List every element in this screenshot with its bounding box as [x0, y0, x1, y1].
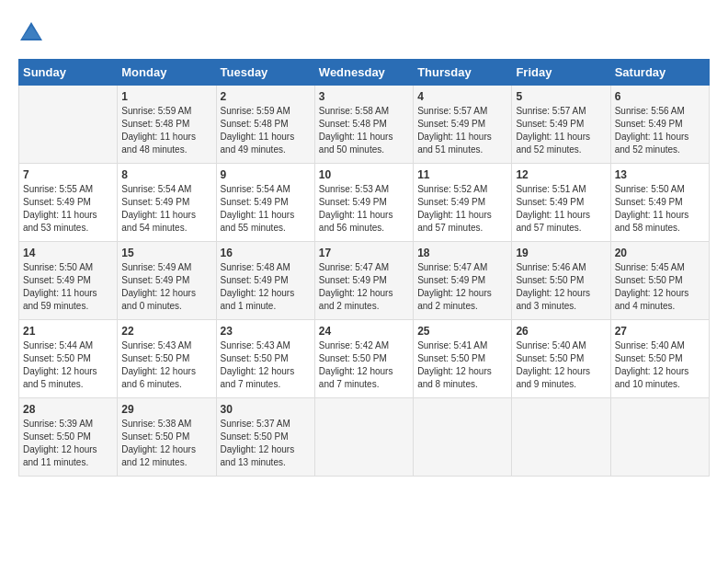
- calendar-cell: 29Sunrise: 5:38 AM Sunset: 5:50 PM Dayli…: [118, 398, 216, 477]
- calendar-week-row: 21Sunrise: 5:44 AM Sunset: 5:50 PM Dayli…: [19, 320, 710, 398]
- day-info: Sunrise: 5:58 AM Sunset: 5:48 PM Dayligh…: [319, 105, 409, 156]
- calendar-week-row: 7Sunrise: 5:55 AM Sunset: 5:49 PM Daylig…: [19, 164, 710, 242]
- day-info: Sunrise: 5:51 AM Sunset: 5:49 PM Dayligh…: [516, 183, 606, 235]
- day-info: Sunrise: 5:59 AM Sunset: 5:48 PM Dayligh…: [221, 105, 311, 156]
- header-day-friday: Friday: [512, 60, 610, 86]
- day-info: Sunrise: 5:56 AM Sunset: 5:49 PM Dayligh…: [615, 105, 705, 156]
- day-info: Sunrise: 5:47 AM Sunset: 5:49 PM Dayligh…: [319, 261, 409, 313]
- calendar-cell: 6Sunrise: 5:56 AM Sunset: 5:49 PM Daylig…: [610, 86, 709, 164]
- day-info: Sunrise: 5:42 AM Sunset: 5:50 PM Dayligh…: [319, 339, 409, 391]
- day-info: Sunrise: 5:54 AM Sunset: 5:49 PM Dayligh…: [121, 183, 211, 235]
- day-info: Sunrise: 5:43 AM Sunset: 5:50 PM Dayligh…: [121, 339, 211, 391]
- calendar-cell: 30Sunrise: 5:37 AM Sunset: 5:50 PM Dayli…: [216, 398, 314, 477]
- calendar-header-row: SundayMondayTuesdayWednesdayThursdayFrid…: [19, 60, 710, 86]
- day-info: Sunrise: 5:40 AM Sunset: 5:50 PM Dayligh…: [516, 339, 606, 391]
- calendar-cell: 27Sunrise: 5:40 AM Sunset: 5:50 PM Dayli…: [610, 320, 709, 398]
- header-day-wednesday: Wednesday: [314, 60, 413, 86]
- calendar-cell: 8Sunrise: 5:54 AM Sunset: 5:49 PM Daylig…: [118, 164, 216, 242]
- calendar-cell: 11Sunrise: 5:52 AM Sunset: 5:49 PM Dayli…: [414, 164, 512, 242]
- day-number: 26: [516, 325, 606, 338]
- day-info: Sunrise: 5:41 AM Sunset: 5:50 PM Dayligh…: [417, 339, 507, 391]
- day-info: Sunrise: 5:50 AM Sunset: 5:49 PM Dayligh…: [615, 183, 705, 235]
- day-info: Sunrise: 5:59 AM Sunset: 5:48 PM Dayligh…: [121, 105, 211, 156]
- day-info: Sunrise: 5:50 AM Sunset: 5:49 PM Dayligh…: [23, 261, 113, 313]
- calendar-cell: 4Sunrise: 5:57 AM Sunset: 5:49 PM Daylig…: [414, 86, 512, 164]
- calendar-week-row: 1Sunrise: 5:59 AM Sunset: 5:48 PM Daylig…: [19, 86, 710, 164]
- calendar-cell: 14Sunrise: 5:50 AM Sunset: 5:49 PM Dayli…: [19, 242, 118, 320]
- calendar-cell: 28Sunrise: 5:39 AM Sunset: 5:50 PM Dayli…: [19, 398, 118, 477]
- calendar-cell: [610, 398, 709, 477]
- day-number: 13: [615, 168, 705, 181]
- logo: [18, 18, 48, 44]
- day-number: 10: [319, 168, 409, 181]
- day-info: Sunrise: 5:47 AM Sunset: 5:49 PM Dayligh…: [417, 261, 507, 313]
- calendar-cell: 2Sunrise: 5:59 AM Sunset: 5:48 PM Daylig…: [216, 86, 314, 164]
- calendar-cell: [314, 398, 413, 477]
- day-number: 22: [121, 325, 211, 338]
- calendar-cell: 19Sunrise: 5:46 AM Sunset: 5:50 PM Dayli…: [512, 242, 610, 320]
- calendar-cell: 16Sunrise: 5:48 AM Sunset: 5:49 PM Dayli…: [216, 242, 314, 320]
- calendar-week-row: 14Sunrise: 5:50 AM Sunset: 5:49 PM Dayli…: [19, 242, 710, 320]
- day-number: 23: [221, 325, 311, 338]
- calendar-table: SundayMondayTuesdayWednesdayThursdayFrid…: [18, 59, 710, 477]
- calendar-cell: 22Sunrise: 5:43 AM Sunset: 5:50 PM Dayli…: [118, 320, 216, 398]
- day-number: 1: [121, 90, 211, 103]
- day-info: Sunrise: 5:40 AM Sunset: 5:50 PM Dayligh…: [615, 339, 705, 391]
- day-number: 3: [319, 90, 409, 103]
- day-number: 9: [221, 168, 311, 181]
- day-info: Sunrise: 5:38 AM Sunset: 5:50 PM Dayligh…: [121, 418, 211, 469]
- day-number: 24: [319, 325, 409, 338]
- calendar-cell: 25Sunrise: 5:41 AM Sunset: 5:50 PM Dayli…: [414, 320, 512, 398]
- calendar-cell: 1Sunrise: 5:59 AM Sunset: 5:48 PM Daylig…: [118, 86, 216, 164]
- day-info: Sunrise: 5:54 AM Sunset: 5:49 PM Dayligh…: [221, 183, 311, 235]
- calendar-cell: 12Sunrise: 5:51 AM Sunset: 5:49 PM Dayli…: [512, 164, 610, 242]
- calendar-week-row: 28Sunrise: 5:39 AM Sunset: 5:50 PM Dayli…: [19, 398, 710, 477]
- day-number: 7: [23, 168, 113, 181]
- calendar-cell: 18Sunrise: 5:47 AM Sunset: 5:49 PM Dayli…: [414, 242, 512, 320]
- day-number: 21: [23, 325, 113, 338]
- day-number: 5: [516, 90, 606, 103]
- header-day-saturday: Saturday: [610, 60, 709, 86]
- day-info: Sunrise: 5:37 AM Sunset: 5:50 PM Dayligh…: [221, 418, 311, 469]
- day-number: 6: [615, 90, 705, 103]
- calendar-cell: [414, 398, 512, 477]
- day-number: 15: [121, 247, 211, 259]
- header-day-thursday: Thursday: [414, 60, 512, 86]
- calendar-cell: 20Sunrise: 5:45 AM Sunset: 5:50 PM Dayli…: [610, 242, 709, 320]
- day-info: Sunrise: 5:48 AM Sunset: 5:49 PM Dayligh…: [221, 261, 311, 313]
- day-info: Sunrise: 5:45 AM Sunset: 5:50 PM Dayligh…: [615, 261, 705, 313]
- day-number: 30: [221, 403, 311, 416]
- calendar-cell: 21Sunrise: 5:44 AM Sunset: 5:50 PM Dayli…: [19, 320, 118, 398]
- calendar-cell: 9Sunrise: 5:54 AM Sunset: 5:49 PM Daylig…: [216, 164, 314, 242]
- day-info: Sunrise: 5:52 AM Sunset: 5:49 PM Dayligh…: [417, 183, 507, 235]
- calendar-cell: 23Sunrise: 5:43 AM Sunset: 5:50 PM Dayli…: [216, 320, 314, 398]
- day-number: 25: [417, 325, 507, 338]
- day-number: 27: [615, 325, 705, 338]
- calendar-cell: [512, 398, 610, 477]
- svg-marker-1: [22, 26, 40, 39]
- header-day-monday: Monday: [118, 60, 216, 86]
- page-header: [18, 18, 710, 44]
- day-info: Sunrise: 5:53 AM Sunset: 5:49 PM Dayligh…: [319, 183, 409, 235]
- day-number: 29: [121, 403, 211, 416]
- calendar-cell: 24Sunrise: 5:42 AM Sunset: 5:50 PM Dayli…: [314, 320, 413, 398]
- day-info: Sunrise: 5:39 AM Sunset: 5:50 PM Dayligh…: [23, 418, 113, 469]
- calendar-cell: 3Sunrise: 5:58 AM Sunset: 5:48 PM Daylig…: [314, 86, 413, 164]
- calendar-cell: 10Sunrise: 5:53 AM Sunset: 5:49 PM Dayli…: [314, 164, 413, 242]
- day-number: 8: [121, 168, 211, 181]
- day-number: 16: [221, 247, 311, 259]
- calendar-cell: 13Sunrise: 5:50 AM Sunset: 5:49 PM Dayli…: [610, 164, 709, 242]
- calendar-cell: [19, 86, 118, 164]
- day-number: 4: [417, 90, 507, 103]
- logo-icon: [18, 18, 44, 44]
- calendar-cell: 15Sunrise: 5:49 AM Sunset: 5:49 PM Dayli…: [118, 242, 216, 320]
- calendar-cell: 7Sunrise: 5:55 AM Sunset: 5:49 PM Daylig…: [19, 164, 118, 242]
- day-number: 18: [417, 247, 507, 259]
- day-number: 20: [615, 247, 705, 259]
- calendar-cell: 5Sunrise: 5:57 AM Sunset: 5:49 PM Daylig…: [512, 86, 610, 164]
- day-info: Sunrise: 5:55 AM Sunset: 5:49 PM Dayligh…: [23, 183, 113, 235]
- day-number: 2: [221, 90, 311, 103]
- day-number: 17: [319, 247, 409, 259]
- day-info: Sunrise: 5:43 AM Sunset: 5:50 PM Dayligh…: [221, 339, 311, 391]
- calendar-cell: 26Sunrise: 5:40 AM Sunset: 5:50 PM Dayli…: [512, 320, 610, 398]
